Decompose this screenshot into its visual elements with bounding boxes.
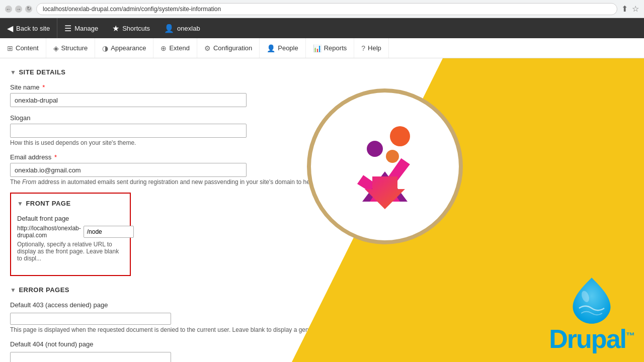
nav-help[interactable]: ? Help xyxy=(354,38,389,58)
main-content: ▼ SITE DETAILS Site name * Slogan How th… xyxy=(0,58,644,362)
error-403-group: Default 403 (access denied) page This pa… xyxy=(10,301,634,333)
nav-appearance-label: Appearance xyxy=(111,44,146,52)
slogan-group: Slogan How this is used depends on your … xyxy=(10,114,634,146)
slogan-hint: How this is used depends on your site's … xyxy=(10,139,634,146)
nav-reports[interactable]: 📊 Reports xyxy=(306,38,355,58)
browser-controls: ← → ↻ xyxy=(5,6,32,13)
nav-content[interactable]: ⊞ Content xyxy=(0,38,46,58)
site-name-label: Site name * xyxy=(10,83,634,91)
config-icon: ⚙ xyxy=(204,44,211,52)
admin-toolbar: ◀ Back to site ☰ Manage ★ Shortcuts 👤 on… xyxy=(0,18,644,38)
help-icon: ? xyxy=(361,44,365,52)
front-page-header: ▼ FRONT PAGE xyxy=(17,200,124,207)
reload-button[interactable]: ↻ xyxy=(25,6,32,13)
shortcuts-label: Shortcuts xyxy=(122,25,150,32)
extend-icon: ⊕ xyxy=(160,44,167,52)
share-icon: ⬆ xyxy=(621,4,628,14)
menu-icon: ☰ xyxy=(64,24,71,33)
structure-icon: ◈ xyxy=(53,44,59,52)
nav-extend[interactable]: ⊕ Extend xyxy=(153,38,197,58)
email-group: Email address * The From address in auto… xyxy=(10,153,634,186)
nav-reports-label: Reports xyxy=(324,44,347,52)
site-details-title: SITE DETAILS xyxy=(19,68,65,76)
error-403-label: Default 403 (access denied) page xyxy=(10,301,634,309)
nav-help-label: Help xyxy=(368,44,381,52)
user-label: onexlab xyxy=(177,25,200,32)
site-name-required: * xyxy=(42,83,45,91)
appearance-icon: ◑ xyxy=(102,44,108,52)
slogan-label: Slogan xyxy=(10,114,634,122)
error-404-group: Default 404 (not found) page This page i… xyxy=(10,340,634,362)
nav-content-label: Content xyxy=(16,44,39,52)
site-details-arrow: ▼ xyxy=(10,69,16,76)
nav-configuration-label: Configuration xyxy=(213,44,252,52)
error-pages-section: ▼ ERROR PAGES Default 403 (access denied… xyxy=(10,286,634,362)
url-text: localhost/onexlab-drupal.com/admin/confi… xyxy=(43,6,221,13)
slogan-input[interactable] xyxy=(10,124,247,138)
nav-people[interactable]: 👤 People xyxy=(260,38,305,58)
nav-people-label: People xyxy=(278,44,298,52)
front-page-url-row: http://localhost/onexlab-drupal.com xyxy=(17,225,124,239)
email-input[interactable] xyxy=(10,163,247,177)
people-icon: 👤 xyxy=(267,44,275,52)
site-name-group: Site name * xyxy=(10,83,634,107)
email-required: * xyxy=(54,153,57,161)
nav-bar: ⊞ Content ◈ Structure ◑ Appearance ⊕ Ext… xyxy=(0,38,644,58)
star-icon: ★ xyxy=(112,24,119,33)
nav-structure-label: Structure xyxy=(61,44,88,52)
default-front-page-group: Default front page http://localhost/onex… xyxy=(17,215,124,262)
shortcuts-button[interactable]: ★ Shortcuts xyxy=(105,18,157,38)
browser-actions: ⬆ ☆ xyxy=(621,4,639,14)
site-details-header: ▼ SITE DETAILS xyxy=(10,68,634,76)
front-page-hint: Optionally, specify a relative URL to di… xyxy=(17,241,124,262)
back-arrow-icon: ◀ xyxy=(7,24,13,33)
error-pages-arrow: ▼ xyxy=(10,287,16,294)
default-front-page-label: Default front page xyxy=(17,215,124,222)
user-icon: 👤 xyxy=(164,24,174,33)
error-pages-header: ▼ ERROR PAGES xyxy=(10,286,634,294)
back-button[interactable]: ← xyxy=(5,6,12,13)
error-403-input[interactable] xyxy=(10,313,171,325)
front-page-section: ▼ FRONT PAGE Default front page http://l… xyxy=(10,193,131,276)
nav-appearance[interactable]: ◑ Appearance xyxy=(95,38,153,58)
browser-chrome: ← → ↻ localhost/onexlab-drupal.com/admin… xyxy=(0,0,644,18)
url-bar[interactable]: localhost/onexlab-drupal.com/admin/confi… xyxy=(36,3,617,15)
reports-icon: 📊 xyxy=(313,44,321,52)
error-pages-title: ERROR PAGES xyxy=(19,286,69,294)
user-button[interactable]: 👤 onexlab xyxy=(157,18,207,38)
front-page-title: FRONT PAGE xyxy=(26,200,70,207)
email-hint: The From address in automated emails sen… xyxy=(10,178,634,186)
email-label: Email address * xyxy=(10,153,634,161)
forward-button[interactable]: → xyxy=(15,6,22,13)
back-to-site-button[interactable]: ◀ Back to site xyxy=(0,18,57,38)
manage-button[interactable]: ☰ Manage xyxy=(57,18,105,38)
nav-extend-label: Extend xyxy=(169,44,189,52)
error-403-hint: This page is displayed when the requeste… xyxy=(10,326,634,333)
error-404-input[interactable] xyxy=(10,352,171,362)
manage-label: Manage xyxy=(74,25,98,32)
content-icon: ⊞ xyxy=(7,44,13,52)
nav-structure[interactable]: ◈ Structure xyxy=(46,38,96,58)
front-page-path-input[interactable] xyxy=(84,226,134,238)
front-page-arrow: ▼ xyxy=(17,200,23,207)
error-404-label: Default 404 (not found) page xyxy=(10,340,634,348)
back-to-site-label: Back to site xyxy=(16,25,50,32)
front-page-base-url: http://localhost/onexlab-drupal.com xyxy=(17,225,81,239)
site-name-input[interactable] xyxy=(10,93,247,107)
nav-configuration[interactable]: ⚙ Configuration xyxy=(197,38,260,58)
from-em: From xyxy=(22,178,36,186)
bookmark-icon: ☆ xyxy=(632,4,639,14)
